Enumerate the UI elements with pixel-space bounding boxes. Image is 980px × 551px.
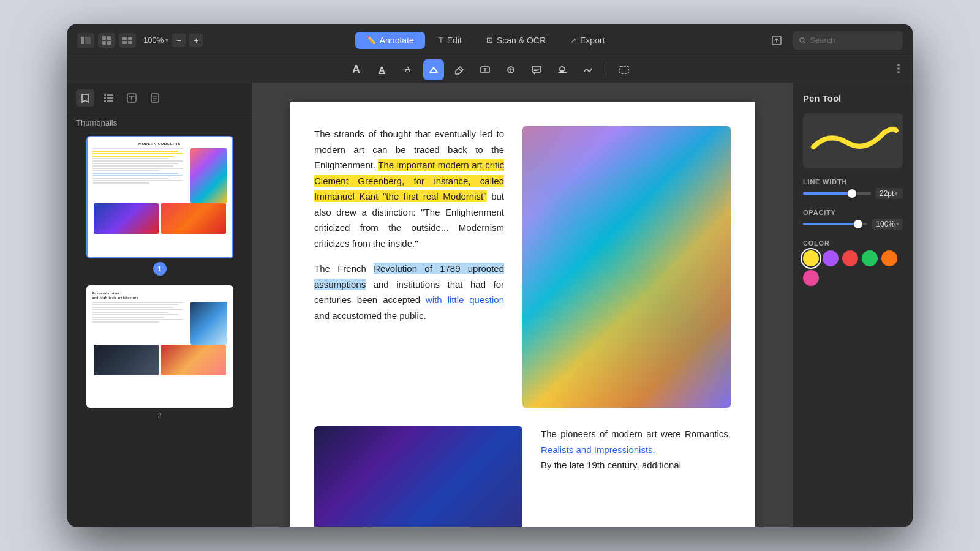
svg-rect-7 [128,37,132,40]
top-bar: 100% ▾ − + ✏️ Annotate T Edit ⊡ Scan & O… [67,24,913,56]
svg-rect-23 [107,94,113,96]
opacity-dropdown-arrow: ▾ [896,221,899,227]
svg-point-11 [800,37,804,42]
grid-view-btn[interactable] [98,33,115,48]
sidebar-tab-bookmark[interactable] [76,89,94,107]
svg-point-19 [897,64,900,66]
tab-annotate[interactable]: ✏️ Annotate [355,32,425,49]
thumb-img-gradient-1 [190,148,227,203]
tool-signature[interactable] [578,59,598,80]
list-view-btn[interactable] [119,33,136,48]
thumb-gradient2 [94,203,159,234]
line-width-value[interactable]: 22pt ▾ [876,188,903,199]
line-width-thumb[interactable] [848,189,856,198]
color-swatch-yellow[interactable] [803,250,819,266]
thumb-gradient3 [161,203,226,234]
tab-export[interactable]: ↗ Export [559,32,616,49]
thumb-bottom-img-3 [94,345,159,375]
thumb-img-col-2 [190,302,227,345]
panel-toggle[interactable] [897,61,900,78]
tool-shape[interactable] [500,59,521,80]
thumb-bottom-img-2 [161,203,226,234]
app-window: 100% ▾ − + ✏️ Annotate T Edit ⊡ Scan & O… [67,24,913,527]
search-input[interactable] [810,36,897,45]
tab-annotate-label: Annotate [380,36,414,45]
svg-point-21 [897,71,900,73]
svg-rect-22 [104,94,106,96]
doc-area[interactable]: The strands of thought that eventually l… [252,83,793,527]
opacity-value[interactable]: 100% ▾ [872,219,903,230]
img-gradient-main [522,126,731,408]
thumbnail-frame-2: Postmodernismand high-tech architecture [86,285,233,408]
svg-rect-29 [151,94,159,102]
svg-point-20 [897,67,900,70]
color-swatch-pink[interactable] [803,270,819,286]
color-swatch-green[interactable] [862,250,878,266]
sidebar-tab-list[interactable] [99,89,118,107]
line-width-dropdown-arrow: ▾ [895,190,898,197]
color-row [803,250,903,286]
tool-textbox[interactable] [475,59,496,80]
zoom-label: 100% ▾ [143,36,168,45]
opacity-label: OPACITY [803,209,903,216]
tab-edit[interactable]: T Edit [428,32,473,49]
img-gradient-dark [314,426,522,527]
main-content: Thumbnails MODERN CONCEPTS [67,83,913,527]
tool-text-small[interactable]: A [398,59,418,80]
opacity-fill [803,223,858,225]
thumbnail-frame-1: MODERN CONCEPTS [86,136,233,258]
doc-text-col: The strands of thought that eventually l… [314,126,504,408]
img-overlay [522,126,731,408]
zoom-out-btn[interactable]: − [172,34,186,47]
thumb-content-1: MODERN CONCEPTS [88,137,232,257]
doc-image-col [522,126,731,408]
svg-rect-12 [429,72,438,73]
paragraph-3: The pioneers of modern art were Romantic… [541,426,731,473]
svg-rect-9 [128,41,132,44]
tool-text-large[interactable]: A [346,59,367,80]
thumbnail-page-2[interactable]: Postmodernismand high-tech architecture [76,285,243,420]
opacity-slider-row: 100% ▾ [803,219,903,230]
svg-rect-16 [558,72,567,73]
thumb-text-block-2 [92,302,227,345]
color-swatch-purple[interactable] [823,250,839,266]
svg-rect-17 [560,70,564,72]
svg-rect-24 [104,97,106,99]
opacity-track[interactable] [803,223,867,225]
tab-scan-ocr[interactable]: ⊡ Scan & OCR [475,32,557,49]
tab-export-label: Export [580,36,605,45]
line-width-track[interactable] [803,192,871,195]
thumb-title-1: MODERN CONCEPTS [92,142,227,146]
zoom-value: 100% [143,36,164,45]
tool-eraser[interactable] [449,59,470,80]
svg-rect-4 [102,41,106,45]
sidebar-toggle-btn[interactable] [77,33,94,48]
tool-selection[interactable] [614,59,635,80]
sidebar-tab-page[interactable] [146,89,164,107]
opacity-text: 100% [876,220,895,228]
underline-blue-2: Realists and Impressionists. [541,444,655,455]
svg-rect-6 [123,37,127,40]
tool-comment[interactable] [526,59,547,80]
sidebar-tab-text[interactable] [123,89,141,107]
tab-edit-label: Edit [447,36,462,45]
page-num-1: 1 [153,262,167,276]
pen-preview [803,113,903,168]
opacity-section: OPACITY 100% ▾ [803,209,903,230]
thumb-bottom-2 [92,345,227,375]
tool-highlight[interactable] [423,59,444,80]
svg-rect-3 [107,36,111,40]
export-icon: ↗ [570,36,576,45]
tool-stamp[interactable] [552,59,573,80]
search-box[interactable] [793,31,903,50]
thumb-text-col-2 [92,302,188,345]
zoom-in-btn[interactable]: + [189,34,203,47]
tool-text-medium[interactable]: A [372,59,393,80]
pen-tool-title: Pen Tool [803,93,903,103]
opacity-thumb[interactable] [854,220,862,228]
color-swatch-orange[interactable] [881,250,897,266]
thumbnail-page-1[interactable]: MODERN CONCEPTS [76,136,243,276]
color-swatch-red[interactable] [842,250,858,266]
upload-btn[interactable] [768,32,785,49]
zoom-control: 100% ▾ − + [143,34,203,47]
